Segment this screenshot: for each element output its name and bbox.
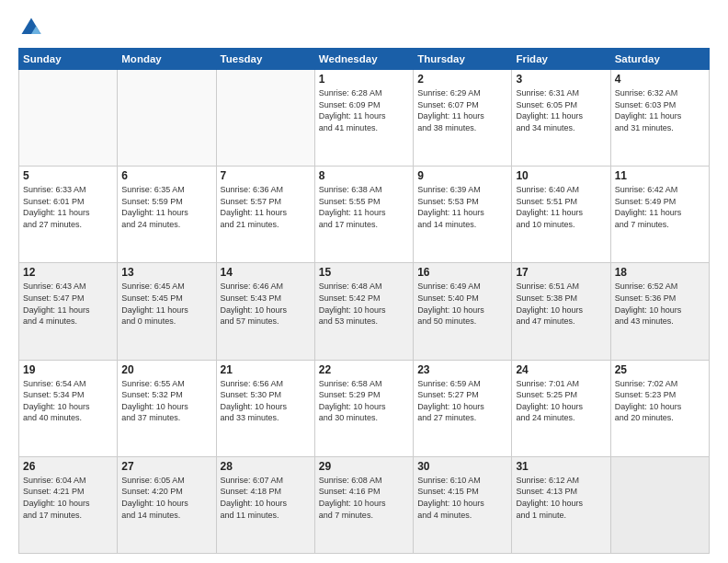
day-info: Sunrise: 6:10 AM Sunset: 4:15 PM Dayligh…: [417, 475, 507, 521]
day-info: Sunrise: 6:58 AM Sunset: 5:29 PM Dayligh…: [319, 378, 409, 424]
calendar-cell: 8Sunrise: 6:38 AM Sunset: 5:55 PM Daylig…: [314, 167, 413, 263]
calendar-cell: 7Sunrise: 6:36 AM Sunset: 5:57 PM Daylig…: [216, 167, 314, 263]
day-info: Sunrise: 6:46 AM Sunset: 5:43 PM Dayligh…: [221, 281, 311, 327]
calendar-cell: 28Sunrise: 6:07 AM Sunset: 4:18 PM Dayli…: [216, 456, 314, 553]
day-number: 14: [221, 266, 311, 279]
day-info: Sunrise: 6:05 AM Sunset: 4:20 PM Dayligh…: [121, 475, 211, 521]
day-number: 9: [417, 169, 507, 182]
day-number: 5: [23, 169, 113, 182]
day-info: Sunrise: 6:07 AM Sunset: 4:18 PM Dayligh…: [221, 475, 311, 521]
calendar-cell: 9Sunrise: 6:39 AM Sunset: 5:53 PM Daylig…: [414, 167, 512, 263]
calendar-cell: 25Sunrise: 7:02 AM Sunset: 5:23 PM Dayli…: [610, 360, 709, 456]
col-header-saturday: Saturday: [610, 49, 709, 70]
day-number: 1: [319, 73, 409, 86]
day-info: Sunrise: 6:39 AM Sunset: 5:53 PM Dayligh…: [417, 184, 507, 230]
day-info: Sunrise: 6:43 AM Sunset: 5:47 PM Dayligh…: [23, 281, 113, 327]
calendar-cell: 27Sunrise: 6:05 AM Sunset: 4:20 PM Dayli…: [118, 456, 216, 553]
calendar-week-row: 1Sunrise: 6:28 AM Sunset: 6:09 PM Daylig…: [19, 70, 710, 167]
day-number: 19: [23, 363, 113, 376]
calendar-cell: 6Sunrise: 6:35 AM Sunset: 5:59 PM Daylig…: [118, 167, 216, 263]
col-header-thursday: Thursday: [414, 49, 512, 70]
day-number: 4: [615, 73, 705, 86]
calendar-cell: [19, 70, 118, 167]
day-info: Sunrise: 6:54 AM Sunset: 5:34 PM Dayligh…: [23, 378, 113, 424]
day-number: 28: [221, 460, 311, 473]
calendar-cell: 24Sunrise: 7:01 AM Sunset: 5:25 PM Dayli…: [512, 360, 610, 456]
day-number: 7: [221, 169, 311, 182]
calendar-cell: 13Sunrise: 6:45 AM Sunset: 5:45 PM Dayli…: [118, 263, 216, 360]
day-number: 20: [121, 363, 211, 376]
logo: [18, 15, 48, 40]
day-info: Sunrise: 6:33 AM Sunset: 6:01 PM Dayligh…: [23, 184, 113, 230]
calendar-cell: 3Sunrise: 6:31 AM Sunset: 6:05 PM Daylig…: [512, 70, 610, 167]
day-info: Sunrise: 7:01 AM Sunset: 5:25 PM Dayligh…: [516, 378, 606, 424]
day-info: Sunrise: 6:32 AM Sunset: 6:03 PM Dayligh…: [615, 87, 705, 133]
day-number: 17: [516, 266, 606, 279]
calendar-cell: 10Sunrise: 6:40 AM Sunset: 5:51 PM Dayli…: [512, 167, 610, 263]
calendar-cell: 22Sunrise: 6:58 AM Sunset: 5:29 PM Dayli…: [314, 360, 413, 456]
header: [18, 15, 710, 40]
day-number: 31: [516, 460, 606, 473]
day-number: 13: [121, 266, 211, 279]
day-number: 12: [23, 266, 113, 279]
day-number: 30: [417, 460, 507, 473]
day-info: Sunrise: 6:40 AM Sunset: 5:51 PM Dayligh…: [516, 184, 606, 230]
calendar-week-row: 5Sunrise: 6:33 AM Sunset: 6:01 PM Daylig…: [19, 167, 710, 263]
day-info: Sunrise: 6:12 AM Sunset: 4:13 PM Dayligh…: [516, 475, 606, 521]
day-number: 26: [23, 460, 113, 473]
calendar-cell: 18Sunrise: 6:52 AM Sunset: 5:36 PM Dayli…: [610, 263, 709, 360]
calendar-cell: 30Sunrise: 6:10 AM Sunset: 4:15 PM Dayli…: [414, 456, 512, 553]
day-info: Sunrise: 6:52 AM Sunset: 5:36 PM Dayligh…: [615, 281, 705, 327]
day-info: Sunrise: 6:51 AM Sunset: 5:38 PM Dayligh…: [516, 281, 606, 327]
day-number: 6: [121, 169, 211, 182]
day-number: 3: [516, 73, 606, 86]
calendar-cell: 17Sunrise: 6:51 AM Sunset: 5:38 PM Dayli…: [512, 263, 610, 360]
calendar-cell: [118, 70, 216, 167]
calendar-cell: 2Sunrise: 6:29 AM Sunset: 6:07 PM Daylig…: [414, 70, 512, 167]
col-header-monday: Monday: [118, 49, 216, 70]
calendar-cell: 5Sunrise: 6:33 AM Sunset: 6:01 PM Daylig…: [19, 167, 118, 263]
day-number: 2: [417, 73, 507, 86]
day-number: 29: [319, 460, 409, 473]
calendar-cell: 16Sunrise: 6:49 AM Sunset: 5:40 PM Dayli…: [414, 263, 512, 360]
day-info: Sunrise: 7:02 AM Sunset: 5:23 PM Dayligh…: [615, 378, 705, 424]
logo-icon: [18, 15, 44, 40]
col-header-wednesday: Wednesday: [314, 49, 413, 70]
day-info: Sunrise: 6:36 AM Sunset: 5:57 PM Dayligh…: [221, 184, 311, 230]
day-number: 23: [417, 363, 507, 376]
day-number: 8: [319, 169, 409, 182]
day-info: Sunrise: 6:08 AM Sunset: 4:16 PM Dayligh…: [319, 475, 409, 521]
day-number: 22: [319, 363, 409, 376]
calendar-cell: 29Sunrise: 6:08 AM Sunset: 4:16 PM Dayli…: [314, 456, 413, 553]
day-number: 24: [516, 363, 606, 376]
calendar-cell: 11Sunrise: 6:42 AM Sunset: 5:49 PM Dayli…: [610, 167, 709, 263]
day-number: 15: [319, 266, 409, 279]
day-info: Sunrise: 6:55 AM Sunset: 5:32 PM Dayligh…: [121, 378, 211, 424]
col-header-sunday: Sunday: [19, 49, 118, 70]
calendar-header-row: SundayMondayTuesdayWednesdayThursdayFrid…: [19, 49, 710, 70]
calendar-week-row: 19Sunrise: 6:54 AM Sunset: 5:34 PM Dayli…: [19, 360, 710, 456]
day-number: 18: [615, 266, 705, 279]
calendar-cell: 31Sunrise: 6:12 AM Sunset: 4:13 PM Dayli…: [512, 456, 610, 553]
day-number: 21: [221, 363, 311, 376]
calendar-cell: 26Sunrise: 6:04 AM Sunset: 4:21 PM Dayli…: [19, 456, 118, 553]
calendar-cell: [610, 456, 709, 553]
page: SundayMondayTuesdayWednesdayThursdayFrid…: [0, 0, 728, 563]
day-info: Sunrise: 6:29 AM Sunset: 6:07 PM Dayligh…: [417, 87, 507, 133]
day-number: 10: [516, 169, 606, 182]
day-info: Sunrise: 6:38 AM Sunset: 5:55 PM Dayligh…: [319, 184, 409, 230]
calendar-cell: 14Sunrise: 6:46 AM Sunset: 5:43 PM Dayli…: [216, 263, 314, 360]
calendar-cell: 21Sunrise: 6:56 AM Sunset: 5:30 PM Dayli…: [216, 360, 314, 456]
calendar-cell: 15Sunrise: 6:48 AM Sunset: 5:42 PM Dayli…: [314, 263, 413, 360]
day-info: Sunrise: 6:31 AM Sunset: 6:05 PM Dayligh…: [516, 87, 606, 133]
calendar-table: SundayMondayTuesdayWednesdayThursdayFrid…: [18, 48, 710, 554]
day-info: Sunrise: 6:49 AM Sunset: 5:40 PM Dayligh…: [417, 281, 507, 327]
calendar-week-row: 26Sunrise: 6:04 AM Sunset: 4:21 PM Dayli…: [19, 456, 710, 553]
calendar-cell: [216, 70, 314, 167]
day-info: Sunrise: 6:59 AM Sunset: 5:27 PM Dayligh…: [417, 378, 507, 424]
col-header-friday: Friday: [512, 49, 610, 70]
calendar-cell: 23Sunrise: 6:59 AM Sunset: 5:27 PM Dayli…: [414, 360, 512, 456]
day-info: Sunrise: 6:28 AM Sunset: 6:09 PM Dayligh…: [319, 87, 409, 133]
col-header-tuesday: Tuesday: [216, 49, 314, 70]
day-info: Sunrise: 6:35 AM Sunset: 5:59 PM Dayligh…: [121, 184, 211, 230]
